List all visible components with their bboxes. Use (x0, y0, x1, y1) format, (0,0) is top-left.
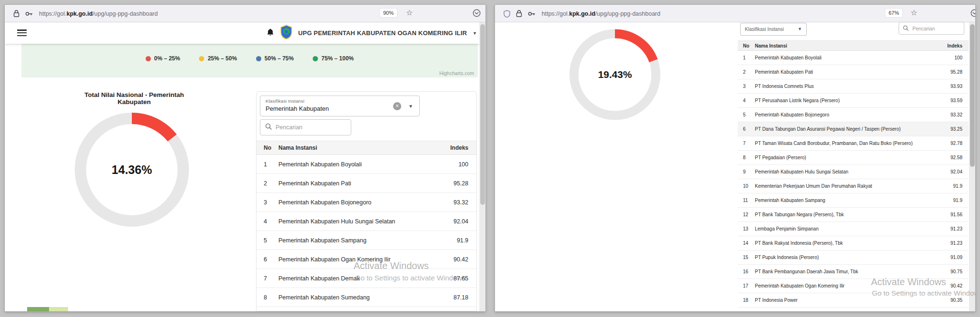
table-row[interactable]: 18PT Indonesia Power90.35 (738, 293, 969, 307)
klasifikasi-instansi-select[interactable]: Klasifikasi Instansi Pemerintah Kabupate… (260, 96, 420, 116)
clear-filter-icon[interactable]: × (393, 102, 401, 110)
row-nama-instansi: Pemerintah Kabupaten Bojonegoro (278, 199, 443, 206)
table-row[interactable]: 2Pemerintah Kabupaten Pati95.28 (257, 174, 476, 193)
row-no: 18 (738, 298, 755, 303)
shield-icon[interactable] (504, 10, 510, 18)
table-row[interactable]: 9Pemerintah Kabupaten Hulu Sungai Selata… (738, 165, 969, 179)
table-row[interactable]: 3PT Indonesia Comnets Plus93.93 (738, 79, 969, 94)
row-indeks: 95.28 (940, 69, 969, 75)
legend-dot-icon (256, 56, 261, 61)
row-no: 17 (738, 283, 755, 288)
legend-item[interactable]: 25% – 50% (199, 55, 237, 62)
header-chevron-down-icon[interactable]: ▼ (473, 31, 477, 36)
legend-label: 75% – 100% (321, 55, 354, 62)
table-row[interactable]: 14PT Bank Rakyat Indonesia (Persero), Tb… (738, 236, 969, 250)
table-row[interactable]: 17Pemerintah Kabupaten Ogan Komering Ili… (738, 279, 969, 293)
search-field[interactable] (899, 22, 964, 35)
table-row[interactable]: 5Pemerintah Kabupaten Sampang91.9 (257, 231, 476, 250)
table-row[interactable]: 4Pemerintah Kabupaten Hulu Sungai Selata… (257, 212, 476, 231)
select-chevron-down-icon[interactable]: ▼ (798, 27, 802, 31)
legend-item[interactable]: 75% – 100% (313, 55, 354, 62)
lock-icon[interactable] (516, 10, 522, 17)
search-input[interactable] (912, 26, 960, 31)
pocket-icon[interactable] (473, 9, 481, 19)
instansi-logo[interactable] (280, 25, 293, 41)
desktop: https://gol.kpk.go.id/upg/upg-ppg-dashbo… (0, 0, 980, 317)
table-row[interactable]: 6PT Dana Tabungan Dan Asuransi Pegawai N… (738, 122, 969, 136)
donut-chart-title: Total Nilai Nasional - Pemerintah Kabupa… (70, 91, 198, 106)
row-nama-instansi: PT Bank Pembangunan Daerah Jawa Timur, T… (755, 269, 940, 274)
table-row[interactable]: 10Kementerian Pekerjaan Umum Dan Perumah… (738, 179, 969, 193)
table-row[interactable]: 8PT Pegadaian (Persero)92.58 (738, 151, 969, 165)
url-bar[interactable]: https://gol.kpk.go.id/upg/upg-ppg-dashbo… (542, 10, 660, 17)
row-indeks: 93.25 (940, 126, 969, 132)
browser-toolbar: https://gol.kpk.go.id/upg/upg-ppg-dashbo… (495, 5, 975, 22)
table-row[interactable]: 4PT Perusahaan Listrik Negara (Persero)9… (738, 94, 969, 108)
lock-icon[interactable] (13, 10, 20, 17)
notification-bell-icon[interactable] (267, 28, 274, 38)
menu-hamburger-button[interactable] (17, 29, 27, 37)
legend-item[interactable]: 50% – 75% (256, 55, 294, 62)
table-row[interactable]: 12PT Bank Tabungan Negara (Persero), Tbk… (738, 208, 969, 222)
select-chevron-down-icon[interactable]: ▼ (408, 104, 413, 109)
scrollbar-thumb[interactable] (970, 24, 975, 167)
table-row[interactable]: 11Pemerintah Kabupaten Sampang91.9 (738, 193, 969, 208)
select-label: Klasifikasi Instansi (266, 98, 305, 104)
table-row[interactable]: 15PT Pupuk Indonesia (Persero)91.09 (738, 250, 969, 265)
row-indeks: 100 (443, 161, 476, 168)
table-row[interactable]: 5Pemerintah Kabupaten Bojonegoro93.32 (738, 108, 969, 122)
vertical-scrollbar[interactable] (969, 22, 975, 311)
legend-label: 0% – 25% (154, 55, 180, 62)
row-nama-instansi: Pemerintah Kabupaten Bojonegoro (755, 112, 940, 117)
klasifikasi-instansi-select[interactable]: Klasifikasi Instansi ▼ (740, 23, 807, 36)
bookmark-star-icon[interactable]: ☆ (911, 8, 917, 17)
row-indeks: 93.93 (940, 84, 969, 89)
search-input[interactable] (276, 124, 346, 131)
instansi-table: No Nama Instansi Indeks 1Pemerintah Kabu… (738, 40, 969, 307)
table-row[interactable]: 7Pemerintah Kabupaten Demak87.65 (257, 269, 476, 288)
table-row[interactable]: 1Pemerintah Kabupaten Boyolali100 (257, 155, 476, 174)
instansi-table: No Nama Instansi Indeks 1Pemerintah Kabu… (257, 141, 476, 307)
row-nama-instansi: PT Dana Tabungan Dan Asuransi Pegawai Ne… (755, 126, 940, 132)
pocket-icon[interactable] (970, 9, 975, 19)
row-indeks: 91.9 (443, 237, 476, 244)
row-nama-instansi: Pemerintah Kabupaten Hulu Sungai Selatan (755, 169, 940, 174)
row-nama-instansi: PT Indonesia Power (755, 298, 940, 303)
table-body: 1Pemerintah Kabupaten Boyolali1002Pemeri… (257, 155, 476, 307)
zoom-level-badge[interactable]: 67% (885, 9, 902, 17)
donut-value-label: 14.36% (70, 108, 194, 231)
search-field[interactable] (260, 119, 351, 135)
upg-title: UPG PEMERINTAH KABUPATEN OGAN KOMERING I… (298, 29, 467, 37)
legend-item[interactable]: 0% – 25% (146, 55, 180, 62)
search-icon (903, 24, 909, 33)
row-nama-instansi: Pemerintah Kabupaten Demak (278, 275, 443, 282)
col-indeks: Indeks (940, 43, 969, 48)
table-row[interactable]: 1Pemerintah Kabupaten Boyolali100 (738, 51, 969, 65)
table-row[interactable]: 3Pemerintah Kabupaten Bojonegoro93.32 (257, 193, 476, 212)
row-nama-instansi: Pemerintah Kabupaten Pati (755, 69, 940, 75)
table-row[interactable]: 6Pemerintah Kabupaten Ogan Komering Ilir… (257, 250, 476, 269)
vertical-scrollbar[interactable] (479, 22, 485, 311)
row-no: 16 (738, 269, 755, 274)
row-indeks: 91.9 (940, 183, 969, 189)
row-no: 1 (738, 55, 755, 60)
table-row[interactable]: 13Lembaga Penjamin Simpanan91.23 (738, 222, 969, 236)
bookmark-star-icon[interactable]: ☆ (406, 8, 413, 17)
row-nama-instansi: Pemerintah Kabupaten Ogan Komering Ilir (755, 283, 940, 288)
url-bar[interactable]: https://gol.kpk.go.id/upg/upg-ppg-dashbo… (39, 10, 158, 17)
key-icon[interactable] (528, 11, 536, 17)
table-row[interactable]: 7PT Taman Wisata Candi Borobudur, Pramba… (738, 136, 969, 151)
key-icon[interactable] (25, 11, 33, 17)
table-row[interactable]: 8Pemerintah Kabupaten Sumedang87.18 (257, 288, 476, 307)
row-indeks: 90.42 (940, 283, 969, 288)
highcharts-credit[interactable]: Highcharts.com (439, 70, 474, 76)
row-indeks: 91.23 (940, 240, 969, 246)
zoom-level-badge[interactable]: 90% (380, 9, 397, 17)
row-nama-instansi: Pemerintah Kabupaten Hulu Sungai Selatan (278, 218, 443, 225)
chart-sliver-green (27, 307, 49, 311)
table-row[interactable]: 16PT Bank Pembangunan Daerah Jawa Timur,… (738, 265, 969, 279)
table-row[interactable]: 2Pemerintah Kabupaten Pati95.28 (738, 65, 969, 79)
legend-label: 50% – 75% (265, 55, 294, 62)
row-no: 2 (257, 180, 278, 187)
scrollbar-thumb[interactable] (480, 24, 485, 205)
